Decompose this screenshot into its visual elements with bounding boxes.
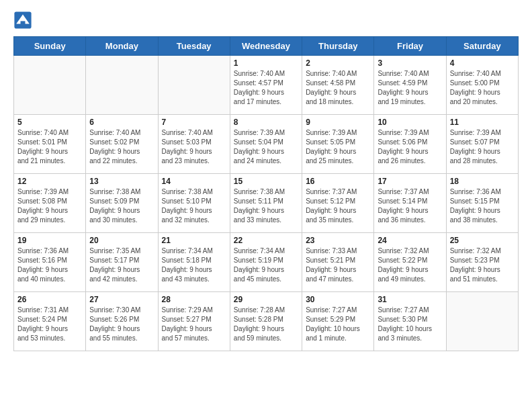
day-number: 5 (17, 118, 82, 127)
day-number: 12 (17, 177, 82, 186)
day-info: Sunrise: 7:40 AM Sunset: 4:59 PM Dayligh… (378, 69, 442, 107)
week-row-2: 12Sunrise: 7:39 AM Sunset: 5:08 PM Dayli… (14, 174, 519, 233)
day-cell-10: 10Sunrise: 7:39 AM Sunset: 5:06 PM Dayli… (374, 115, 446, 174)
day-number: 29 (234, 295, 298, 304)
day-cell-13: 13Sunrise: 7:38 AM Sunset: 5:09 PM Dayli… (86, 174, 158, 233)
day-info: Sunrise: 7:40 AM Sunset: 5:02 PM Dayligh… (89, 128, 154, 166)
day-number: 22 (234, 236, 298, 245)
day-info: Sunrise: 7:39 AM Sunset: 5:07 PM Dayligh… (450, 128, 515, 166)
day-number: 30 (306, 295, 370, 304)
day-header-sunday: Sunday (14, 37, 86, 56)
day-info: Sunrise: 7:39 AM Sunset: 5:08 PM Dayligh… (17, 187, 82, 225)
day-info: Sunrise: 7:36 AM Sunset: 5:15 PM Dayligh… (450, 187, 515, 225)
day-cell-14: 14Sunrise: 7:38 AM Sunset: 5:10 PM Dayli… (158, 174, 230, 233)
day-number: 6 (89, 118, 154, 127)
day-number: 21 (162, 236, 226, 245)
empty-cell (158, 56, 230, 115)
day-cell-20: 20Sunrise: 7:35 AM Sunset: 5:17 PM Dayli… (86, 233, 158, 292)
week-row-3: 19Sunrise: 7:36 AM Sunset: 5:16 PM Dayli… (14, 233, 519, 292)
day-info: Sunrise: 7:27 AM Sunset: 5:30 PM Dayligh… (378, 306, 442, 343)
day-number: 14 (162, 177, 226, 186)
day-number: 16 (306, 177, 370, 186)
day-info: Sunrise: 7:40 AM Sunset: 5:00 PM Dayligh… (450, 69, 515, 107)
day-number: 7 (162, 118, 226, 127)
day-number: 11 (450, 118, 515, 127)
week-row-4: 26Sunrise: 7:31 AM Sunset: 5:24 PM Dayli… (14, 292, 519, 351)
svg-rect-2 (21, 21, 26, 26)
day-cell-25: 25Sunrise: 7:32 AM Sunset: 5:23 PM Dayli… (446, 233, 518, 292)
day-info: Sunrise: 7:30 AM Sunset: 5:26 PM Dayligh… (89, 306, 154, 343)
day-cell-19: 19Sunrise: 7:36 AM Sunset: 5:16 PM Dayli… (14, 233, 86, 292)
day-number: 24 (378, 236, 442, 245)
day-info: Sunrise: 7:40 AM Sunset: 4:58 PM Dayligh… (306, 69, 370, 107)
day-cell-26: 26Sunrise: 7:31 AM Sunset: 5:24 PM Dayli… (14, 292, 86, 351)
day-header-monday: Monday (86, 37, 158, 56)
week-row-1: 5Sunrise: 7:40 AM Sunset: 5:01 PM Daylig… (14, 115, 519, 174)
day-info: Sunrise: 7:33 AM Sunset: 5:21 PM Dayligh… (306, 246, 370, 284)
day-number: 3 (378, 58, 442, 68)
day-cell-23: 23Sunrise: 7:33 AM Sunset: 5:21 PM Dayli… (302, 233, 374, 292)
day-info: Sunrise: 7:37 AM Sunset: 5:12 PM Dayligh… (306, 187, 370, 225)
day-info: Sunrise: 7:28 AM Sunset: 5:28 PM Dayligh… (234, 306, 298, 343)
day-cell-29: 29Sunrise: 7:28 AM Sunset: 5:28 PM Dayli… (230, 292, 302, 351)
day-info: Sunrise: 7:32 AM Sunset: 5:22 PM Dayligh… (378, 246, 442, 284)
page: SundayMondayTuesdayWednesdayThursdayFrid… (0, 0, 532, 362)
day-cell-15: 15Sunrise: 7:38 AM Sunset: 5:11 PM Dayli… (230, 174, 302, 233)
day-cell-30: 30Sunrise: 7:27 AM Sunset: 5:29 PM Dayli… (302, 292, 374, 351)
calendar-table: SundayMondayTuesdayWednesdayThursdayFrid… (13, 36, 519, 351)
day-info: Sunrise: 7:31 AM Sunset: 5:24 PM Dayligh… (17, 306, 82, 343)
day-number: 17 (378, 177, 442, 186)
day-header-wednesday: Wednesday (230, 37, 302, 56)
day-cell-7: 7Sunrise: 7:40 AM Sunset: 5:03 PM Daylig… (158, 115, 230, 174)
day-info: Sunrise: 7:39 AM Sunset: 5:05 PM Dayligh… (306, 128, 370, 166)
day-info: Sunrise: 7:37 AM Sunset: 5:14 PM Dayligh… (378, 187, 442, 225)
day-number: 28 (162, 295, 226, 304)
day-cell-12: 12Sunrise: 7:39 AM Sunset: 5:08 PM Dayli… (14, 174, 86, 233)
empty-cell (14, 56, 86, 115)
day-info: Sunrise: 7:29 AM Sunset: 5:27 PM Dayligh… (162, 306, 226, 343)
day-info: Sunrise: 7:40 AM Sunset: 5:03 PM Dayligh… (162, 128, 226, 166)
logo-icon (13, 11, 32, 30)
day-number: 15 (234, 177, 298, 186)
day-cell-17: 17Sunrise: 7:37 AM Sunset: 5:14 PM Dayli… (374, 174, 446, 233)
day-number: 25 (450, 236, 515, 245)
day-cell-31: 31Sunrise: 7:27 AM Sunset: 5:30 PM Dayli… (374, 292, 446, 351)
day-info: Sunrise: 7:39 AM Sunset: 5:04 PM Dayligh… (234, 128, 298, 166)
day-info: Sunrise: 7:36 AM Sunset: 5:16 PM Dayligh… (17, 246, 82, 284)
calendar-body: 1Sunrise: 7:40 AM Sunset: 4:57 PM Daylig… (14, 56, 519, 351)
day-header-friday: Friday (374, 37, 446, 56)
day-number: 2 (306, 58, 370, 68)
day-number: 1 (234, 58, 298, 68)
day-number: 9 (306, 118, 370, 127)
day-cell-5: 5Sunrise: 7:40 AM Sunset: 5:01 PM Daylig… (14, 115, 86, 174)
header (13, 11, 519, 30)
day-info: Sunrise: 7:40 AM Sunset: 4:57 PM Dayligh… (234, 69, 298, 107)
day-cell-28: 28Sunrise: 7:29 AM Sunset: 5:27 PM Dayli… (158, 292, 230, 351)
day-cell-16: 16Sunrise: 7:37 AM Sunset: 5:12 PM Dayli… (302, 174, 374, 233)
day-info: Sunrise: 7:39 AM Sunset: 5:06 PM Dayligh… (378, 128, 442, 166)
calendar-header: SundayMondayTuesdayWednesdayThursdayFrid… (14, 37, 519, 56)
day-info: Sunrise: 7:27 AM Sunset: 5:29 PM Dayligh… (306, 306, 370, 343)
day-number: 19 (17, 236, 82, 245)
day-cell-21: 21Sunrise: 7:34 AM Sunset: 5:18 PM Dayli… (158, 233, 230, 292)
day-info: Sunrise: 7:32 AM Sunset: 5:23 PM Dayligh… (450, 246, 515, 284)
day-number: 13 (89, 177, 154, 186)
logo (13, 11, 35, 30)
day-cell-27: 27Sunrise: 7:30 AM Sunset: 5:26 PM Dayli… (86, 292, 158, 351)
day-cell-4: 4Sunrise: 7:40 AM Sunset: 5:00 PM Daylig… (446, 56, 518, 115)
day-cell-3: 3Sunrise: 7:40 AM Sunset: 4:59 PM Daylig… (374, 56, 446, 115)
day-number: 31 (378, 295, 442, 304)
day-cell-1: 1Sunrise: 7:40 AM Sunset: 4:57 PM Daylig… (230, 56, 302, 115)
empty-cell (446, 292, 518, 351)
day-cell-18: 18Sunrise: 7:36 AM Sunset: 5:15 PM Dayli… (446, 174, 518, 233)
day-number: 23 (306, 236, 370, 245)
day-info: Sunrise: 7:34 AM Sunset: 5:18 PM Dayligh… (162, 246, 226, 284)
day-info: Sunrise: 7:35 AM Sunset: 5:17 PM Dayligh… (89, 246, 154, 284)
empty-cell (86, 56, 158, 115)
days-of-week-row: SundayMondayTuesdayWednesdayThursdayFrid… (14, 37, 519, 56)
day-cell-8: 8Sunrise: 7:39 AM Sunset: 5:04 PM Daylig… (230, 115, 302, 174)
day-number: 20 (89, 236, 154, 245)
day-info: Sunrise: 7:40 AM Sunset: 5:01 PM Dayligh… (17, 128, 82, 166)
day-number: 26 (17, 295, 82, 304)
week-row-0: 1Sunrise: 7:40 AM Sunset: 4:57 PM Daylig… (14, 56, 519, 115)
